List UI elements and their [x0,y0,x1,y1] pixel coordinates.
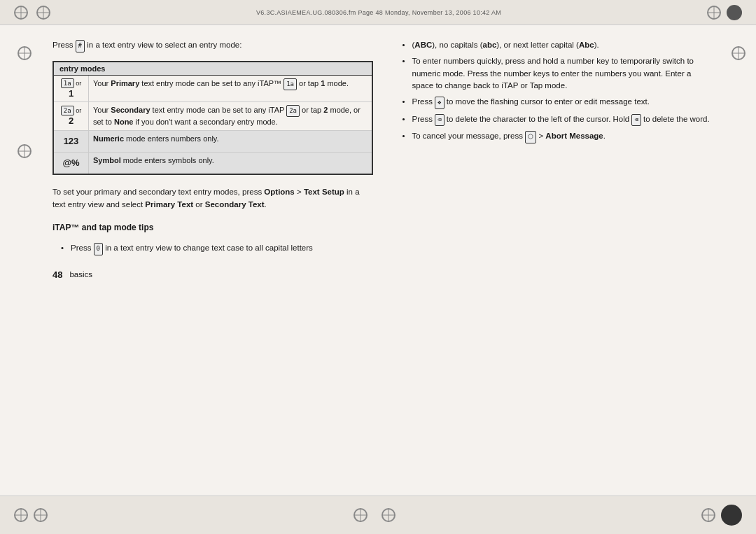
reg-mark-top-left2 [36,6,50,20]
reg-mark-top-right [707,6,721,20]
intro-paragraph: Press # in a text entry view to select a… [52,39,373,52]
table-desc-123: Numeric mode enters numbers only. [89,131,372,152]
header-strip: V6.3C.ASIAEMEA.UG.080306.fm Page 48 Mond… [0,0,756,25]
table-key-1: 1a or 1 [54,76,89,101]
key-1: 1 [69,88,74,99]
reg-mark-left-2 [18,144,31,158]
reg-mark-bottom-center [354,508,368,522]
table-row: @% Symbol mode enters symbols only. [54,153,372,174]
table-row: 123 Numeric mode enters numbers only. [54,131,372,153]
right-bullet-item-2: To enter numbers quickly, press and hold… [402,55,715,92]
main-content: Press # in a text entry view to select a… [0,25,756,496]
header-file-info: V6.3C.ASIAEMEA.UG.080306.fm Page 48 Mond… [256,9,501,16]
left-bullet-list: Press 0 in a text entry view to change t… [52,242,373,260]
reg-mark-right-1 [732,46,746,60]
right-bullet-item-5: To cancel your message, press ⬡ > Abort … [402,130,715,143]
left-bullet-item-1: Press 0 in a text entry view to change t… [61,242,373,255]
page-label: basics [69,270,92,279]
set-modes-paragraph: To set your primary and secondary text e… [52,186,373,211]
key-123: 123 [64,136,79,146]
reg-mark-left-1 [18,46,31,60]
right-column: (ABC), no capitals (abc), or next letter… [394,39,715,489]
left-margin [0,32,49,496]
right-bullet-item-3: Press ❖ to move the flashing cursor to e… [402,96,715,109]
table-key-2: 2a or 2 [54,102,89,130]
table-row: 2a or 2 Your Secondary text entry mode c… [54,102,372,131]
table-key-123: 123 [54,131,89,152]
corner-dark-circle [727,5,742,20]
key-icon-hash: # [76,41,88,49]
corner-dark-circle-bottom [721,505,742,526]
page-num-area: 48 basics [52,269,373,280]
key-2: 2 [69,115,74,126]
key-2a-or: 2a or [61,106,81,115]
bottom-strip [0,496,756,534]
intro-press: Press [52,41,73,49]
right-margin [721,32,756,496]
table-desc-1: Your Primary text entry mode can be set … [89,76,372,101]
right-bullet-item-1: (ABC), no capitals (abc), or next letter… [402,39,715,51]
key-1a-or: 1a or [61,78,81,88]
reg-mark-bottom-left2 [34,508,48,522]
table-row: 1a or 1 Your Primary text entry mode can… [54,76,372,102]
table-desc-2: Your Secondary text entry mode can be se… [89,102,372,130]
table-desc-at: Symbol mode enters symbols only. [89,153,372,174]
reg-mark-top-left [14,6,28,20]
entry-modes-table: entry modes 1a or 1 Your Primary text en… [52,61,373,175]
entry-modes-header: entry modes [54,62,372,76]
page-number: 48 [52,269,62,280]
reg-mark-bottom-center2 [382,508,396,522]
reg-mark-bottom-right [701,508,715,522]
reg-mark-bottom-left [14,508,28,522]
itap-heading: iTAP™ and tap mode tips [52,221,373,234]
right-bullet-list: (ABC), no capitals (abc), or next letter… [394,39,715,148]
key-at-percent: @% [62,157,79,168]
table-key-at: @% [54,153,89,174]
right-bullet-item-4: Press ⌫ to delete the character to the l… [402,113,715,127]
intro-rest: in a text entry view to select an entry … [87,41,241,49]
page: V6.3C.ASIAEMEA.UG.080306.fm Page 48 Mond… [0,0,756,534]
content-area: Press # in a text entry view to select a… [49,32,721,496]
left-column: Press # in a text entry view to select a… [52,39,373,489]
